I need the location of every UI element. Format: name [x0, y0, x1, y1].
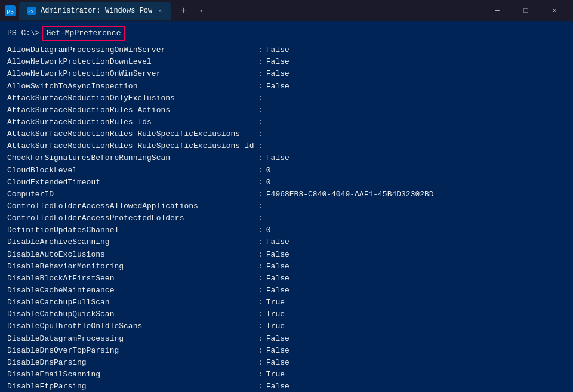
row-value: False	[266, 333, 289, 345]
row-key: AttackSurfaceReductionRules_RuleSpecific…	[7, 140, 258, 152]
close-button[interactable]: ✕	[541, 0, 568, 21]
new-tab-button[interactable]: +	[175, 2, 192, 19]
tab-close-button[interactable]: ✕	[156, 7, 164, 15]
table-row: AllowNetworkProtectionDownLevel:False	[7, 56, 566, 68]
row-value: False	[266, 152, 289, 164]
row-value: False	[266, 236, 289, 248]
table-row: DisableBehaviorMonitoring:False	[7, 261, 566, 273]
row-colon: :	[258, 165, 263, 177]
row-colon: :	[258, 152, 263, 164]
tab-dropdown-button[interactable]: ▾	[195, 2, 207, 19]
row-value: 0	[266, 224, 271, 236]
row-key: DefinitionUpdatesChannel	[7, 224, 258, 236]
row-colon: :	[258, 381, 263, 392]
row-value: False	[266, 249, 289, 261]
table-row: AttackSurfaceReductionRules_RuleSpecific…	[7, 140, 566, 152]
table-row: DisableDnsOverTcpParsing:False	[7, 345, 566, 357]
row-colon: :	[258, 56, 263, 68]
row-colon: :	[258, 261, 263, 273]
row-colon: :	[258, 212, 263, 224]
row-value: False	[266, 261, 289, 273]
table-row: DisableCacheMaintenance:False	[7, 285, 566, 297]
row-key: DisableDnsParsing	[7, 357, 258, 369]
table-row: DisableCatchupFullScan:True	[7, 297, 566, 308]
row-value: False	[266, 381, 289, 392]
svg-text:PS: PS	[7, 8, 14, 15]
row-key: DisableCpuThrottleOnIdleScans	[7, 320, 258, 332]
output-table: AllowDatagramProcessingOnWinServer:False…	[7, 44, 566, 392]
tab-label: Administrator: Windows Pow	[41, 7, 152, 15]
row-colon: :	[258, 285, 263, 297]
row-colon: :	[258, 128, 263, 140]
row-key: DisableBlockAtFirstSeen	[7, 273, 258, 285]
table-row: AttackSurfaceReductionRules_Actions:	[7, 104, 566, 116]
row-colon: :	[258, 224, 263, 236]
row-key: CheckForSignaturesBeforeRunningScan	[7, 152, 258, 164]
row-colon: :	[258, 345, 263, 357]
prompt-line: PS C:\> Get-MpPreference	[7, 26, 566, 41]
table-row: AttackSurfaceReductionRules_Ids:	[7, 116, 566, 128]
row-colon: :	[258, 357, 263, 369]
window-controls: ─ □ ✕	[483, 0, 568, 21]
table-row: AttackSurfaceReductionOnlyExclusions:	[7, 92, 566, 104]
svg-text:PS: PS	[28, 9, 33, 14]
terminal-window: PS C:\> Get-MpPreference AllowDatagramPr…	[0, 21, 573, 392]
row-key: AttackSurfaceReductionRules_Actions	[7, 104, 258, 116]
powershell-icon: PS	[5, 5, 16, 16]
table-row: AllowSwitchToAsyncInspection:False	[7, 81, 566, 92]
command-text: Get-MpPreference	[42, 26, 125, 41]
row-key: DisableDnsOverTcpParsing	[7, 345, 258, 357]
minimize-button[interactable]: ─	[483, 0, 511, 21]
row-key: AttackSurfaceReductionRules_Ids	[7, 116, 258, 128]
maximize-button[interactable]: □	[512, 0, 540, 21]
row-colon: :	[258, 140, 263, 152]
table-row: AllowNetworkProtectionOnWinServer:False	[7, 68, 566, 80]
row-colon: :	[258, 116, 263, 128]
table-row: ControlledFolderAccessProtectedFolders:	[7, 212, 566, 224]
row-value: False	[266, 44, 289, 56]
row-colon: :	[258, 68, 263, 80]
row-key: DisableCatchupQuickScan	[7, 308, 258, 320]
row-colon: :	[258, 177, 263, 189]
row-key: ControlledFolderAccessProtectedFolders	[7, 212, 258, 224]
table-row: DisableFtpParsing:False	[7, 381, 566, 392]
row-colon: :	[258, 369, 263, 381]
row-key: DisableEmailScanning	[7, 369, 258, 381]
row-key: DisableDatagramProcessing	[7, 333, 258, 345]
row-colon: :	[258, 333, 263, 345]
table-row: DisableBlockAtFirstSeen:False	[7, 273, 566, 285]
row-colon: :	[258, 200, 263, 212]
active-tab[interactable]: PS Administrator: Windows Pow ✕	[19, 2, 171, 20]
row-colon: :	[258, 44, 263, 56]
row-colon: :	[258, 249, 263, 261]
row-value: False	[266, 81, 289, 92]
table-row: CheckForSignaturesBeforeRunningScan:Fals…	[7, 152, 566, 164]
row-key: CloudBlockLevel	[7, 165, 258, 177]
row-value: True	[266, 308, 285, 320]
table-row: DisableCpuThrottleOnIdleScans:True	[7, 320, 566, 332]
table-row: AllowDatagramProcessingOnWinServer:False	[7, 44, 566, 56]
table-row: DisableDatagramProcessing:False	[7, 333, 566, 345]
row-key: AttackSurfaceReductionRules_RuleSpecific…	[7, 128, 258, 140]
row-value: True	[266, 297, 285, 308]
row-key: DisableArchiveScanning	[7, 236, 258, 248]
table-row: DisableDnsParsing:False	[7, 357, 566, 369]
tab-powershell-icon: PS	[26, 5, 37, 16]
row-value: False	[266, 273, 289, 285]
row-value: True	[266, 369, 285, 381]
table-row: DisableArchiveScanning:False	[7, 236, 566, 248]
table-row: ComputerID:F4968EB8-C840-4049-AAF1-45B4D…	[7, 189, 566, 200]
row-value: False	[266, 56, 289, 68]
row-value: 0	[266, 165, 271, 177]
row-value: False	[266, 357, 289, 369]
row-colon: :	[258, 104, 263, 116]
row-value: False	[266, 285, 289, 297]
row-key: ComputerID	[7, 189, 258, 200]
table-row: DisableCatchupQuickScan:True	[7, 308, 566, 320]
row-key: AllowDatagramProcessingOnWinServer	[7, 44, 258, 56]
table-row: DefinitionUpdatesChannel:0	[7, 224, 566, 236]
prompt-text: PS C:\>	[7, 27, 40, 39]
row-value: 0	[266, 177, 271, 189]
row-key: ControlledFolderAccessAllowedApplication…	[7, 200, 258, 212]
row-key: DisableCatchupFullScan	[7, 297, 258, 308]
